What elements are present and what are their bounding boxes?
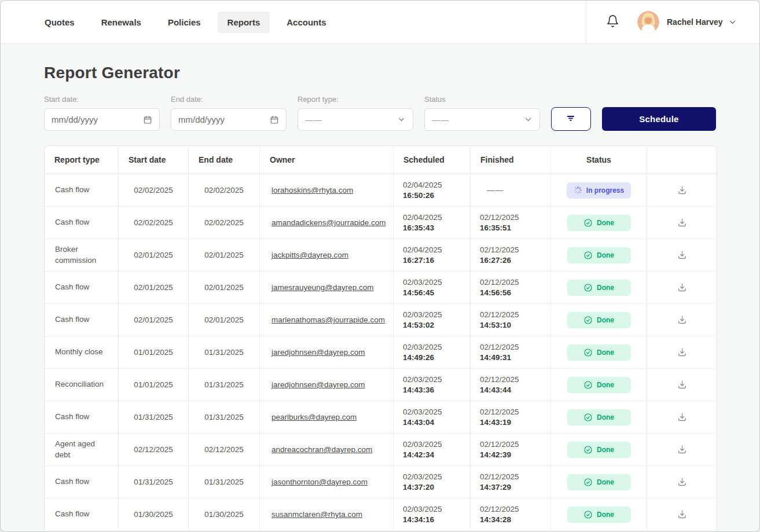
column-header-report-type: Report type xyxy=(45,146,119,174)
download-icon xyxy=(677,445,687,454)
download-button[interactable] xyxy=(674,474,690,490)
table-row: Cash flow02/01/202502/01/2025jamesrauyeu… xyxy=(45,271,717,304)
download-button[interactable] xyxy=(674,409,690,425)
check-circle-icon xyxy=(583,251,593,260)
end-date-cell: 02/01/2025 xyxy=(189,239,260,271)
download-button[interactable] xyxy=(674,344,690,361)
status-label: Status xyxy=(424,95,540,104)
table-header-row: Report typeStart dateEnd dateOwnerSchedu… xyxy=(45,146,717,174)
owner-cell: lorahoskins@rhyta.com xyxy=(260,174,394,206)
actions-cell xyxy=(647,336,717,368)
download-icon xyxy=(677,509,687,519)
start-date-cell: 02/01/2025 xyxy=(119,239,189,271)
table-row: Agent aged debt02/12/202502/12/2025andre… xyxy=(45,434,717,466)
nav-item-quotes[interactable]: Quotes xyxy=(35,12,85,33)
actions-cell xyxy=(647,498,717,530)
owner-link[interactable]: amandadickens@jourrapide.com xyxy=(271,218,386,227)
owner-link[interactable]: jackpitts@dayrep.com xyxy=(271,251,348,259)
status-cell: In progress xyxy=(551,174,647,206)
start-date-cell: 02/01/2025 xyxy=(119,304,189,336)
owner-cell: jackpitts@dayrep.com xyxy=(260,239,394,271)
status-cell: Done xyxy=(551,401,647,433)
download-button[interactable] xyxy=(674,215,690,231)
avatar-photo xyxy=(637,11,659,33)
scheduled-cell: 02/04/202516:27:16 xyxy=(394,239,471,271)
download-icon xyxy=(677,185,687,195)
actions-cell xyxy=(647,174,717,206)
end-date-cell: 02/12/2025 xyxy=(189,434,260,465)
owner-link[interactable]: lorahoskins@rhyta.com xyxy=(271,186,353,195)
end-date-cell: 01/31/2025 xyxy=(189,466,260,498)
download-icon xyxy=(677,250,687,260)
download-button[interactable] xyxy=(674,377,690,393)
status-label: Done xyxy=(597,381,614,389)
owner-cell: jamesrauyeung@dayrep.com xyxy=(260,271,394,303)
download-button[interactable] xyxy=(674,312,690,328)
owner-link[interactable]: susanmclaren@rhyta.com xyxy=(271,510,362,519)
actions-cell xyxy=(647,207,717,239)
report-type-cell: Monthly close xyxy=(45,336,119,368)
filter-status: Status —— xyxy=(424,95,540,131)
status-badge: Done xyxy=(567,377,631,393)
report-type-cell: Agent aged debt xyxy=(45,434,119,465)
download-button[interactable] xyxy=(674,247,690,263)
table-row: Broker commission02/01/202502/01/2025jac… xyxy=(45,239,717,271)
nav-item-reports[interactable]: Reports xyxy=(218,12,270,33)
status-label: Done xyxy=(597,348,614,357)
owner-link[interactable]: jaredjohnsen@dayrep.com xyxy=(271,348,365,357)
nav-item-accounts[interactable]: Accounts xyxy=(277,12,336,33)
scheduled-cell: 02/04/202516:35:43 xyxy=(394,207,471,239)
owner-cell: amandadickens@jourrapide.com xyxy=(260,207,394,239)
table-row: Cash flow01/31/202501/31/2025jasonthornt… xyxy=(45,466,717,498)
chevron-down-icon xyxy=(728,18,737,27)
nav-item-policies[interactable]: Policies xyxy=(158,12,211,33)
owner-link[interactable]: pearlburks@dayrep.com xyxy=(271,413,357,421)
status-label: Done xyxy=(597,511,614,519)
report-type-cell: Cash flow xyxy=(45,401,119,433)
finished-cell: 02/12/202514:34:28 xyxy=(471,498,551,530)
report-type-label: Report type: xyxy=(298,95,413,104)
user-menu[interactable]: Rachel Harvey xyxy=(637,11,737,33)
filter-button[interactable] xyxy=(551,107,591,131)
calendar-icon[interactable] xyxy=(143,115,152,124)
filter-icon xyxy=(566,113,576,125)
end-date-input[interactable] xyxy=(178,115,265,124)
status-cell: Done xyxy=(551,369,647,401)
nav-item-renewals[interactable]: Renewals xyxy=(91,12,151,33)
download-button[interactable] xyxy=(674,182,690,199)
status-label: Done xyxy=(597,219,614,227)
owner-link[interactable]: jamesrauyeung@dayrep.com xyxy=(271,283,374,292)
check-circle-icon xyxy=(583,445,593,454)
status-select[interactable]: —— xyxy=(424,108,540,131)
scheduled-cell: 02/04/202516:50:26 xyxy=(394,174,471,206)
actions-cell xyxy=(647,304,717,336)
notifications-button[interactable] xyxy=(605,14,620,30)
column-header-end-date: End date xyxy=(189,146,260,174)
scheduled-cell: 02/03/202514:56:45 xyxy=(394,271,471,303)
start-date-cell: 02/01/2025 xyxy=(119,271,189,303)
scheduled-cell: 02/03/202514:42:34 xyxy=(394,434,471,465)
schedule-button[interactable]: Schedule xyxy=(602,107,716,131)
bell-icon xyxy=(606,14,619,30)
download-button[interactable] xyxy=(674,280,690,296)
end-date-cell: 01/31/2025 xyxy=(189,401,260,433)
finished-cell: 02/12/202514:53:10 xyxy=(471,304,551,336)
download-button[interactable] xyxy=(674,442,690,458)
check-circle-icon xyxy=(583,348,593,357)
status-label: Done xyxy=(597,316,614,324)
download-button[interactable] xyxy=(674,507,690,523)
owner-link[interactable]: jasonthornton@dayrep.com xyxy=(271,478,368,486)
calendar-icon[interactable] xyxy=(270,115,279,124)
actions-cell xyxy=(647,239,717,271)
owner-link[interactable]: jaredjohnsen@dayrep.com xyxy=(271,380,365,389)
owner-link[interactable]: andreacochran@dayrep.com xyxy=(271,445,372,454)
column-header-actions xyxy=(647,146,717,174)
start-date-cell: 02/02/2025 xyxy=(119,207,189,239)
table-row: Cash flow02/02/202502/02/2025lorahoskins… xyxy=(45,174,717,207)
owner-cell: jaredjohnsen@dayrep.com xyxy=(260,369,394,401)
report-type-select[interactable]: —— xyxy=(298,108,413,131)
table-row: Cash flow02/02/202502/02/2025amandadicke… xyxy=(45,207,717,239)
end-date-cell: 01/31/2025 xyxy=(189,336,260,368)
owner-link[interactable]: marlenathomas@jourrapide.com xyxy=(271,315,385,324)
start-date-input[interactable] xyxy=(52,115,138,124)
